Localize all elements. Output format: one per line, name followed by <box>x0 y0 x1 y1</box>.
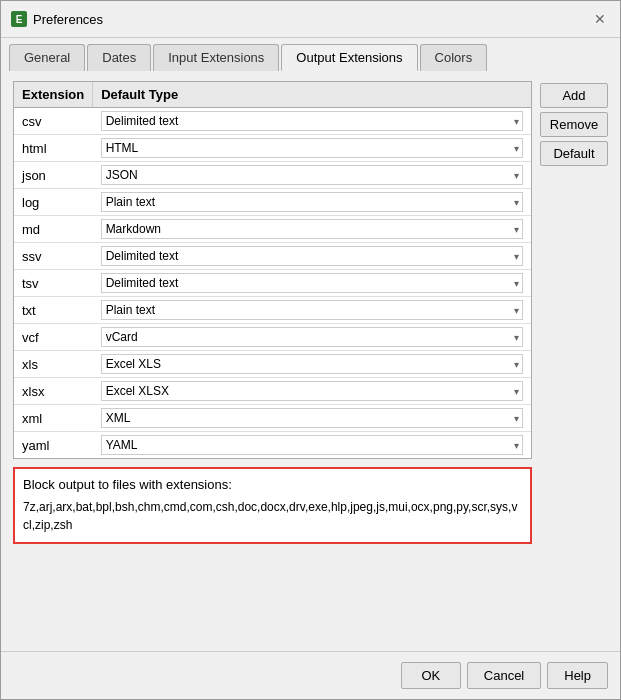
extension-cell: csv <box>14 108 93 135</box>
table-row: tsvDelimited textHTMLJSONPlain textMarkd… <box>14 270 531 297</box>
tab-dates[interactable]: Dates <box>87 44 151 71</box>
window-title: Preferences <box>33 12 103 27</box>
extension-cell: ssv <box>14 243 93 270</box>
tab-bar: General Dates Input Extensions Output Ex… <box>1 38 620 71</box>
extension-cell: html <box>14 135 93 162</box>
sidebar-buttons: Add Remove Default <box>540 81 608 641</box>
title-bar: E Preferences ✕ <box>1 1 620 38</box>
cancel-button[interactable]: Cancel <box>467 662 541 689</box>
extensions-table-container: Extension Default Type csvDelimited text… <box>13 81 532 459</box>
type-select[interactable]: Delimited textHTMLJSONPlain textMarkdown… <box>101 138 523 158</box>
type-dropdown-wrapper: Delimited textHTMLJSONPlain textMarkdown… <box>101 273 523 293</box>
table-row: xmlDelimited textHTMLJSONPlain textMarkd… <box>14 405 531 432</box>
extension-cell: yaml <box>14 432 93 459</box>
extension-cell: xml <box>14 405 93 432</box>
type-cell: Delimited textHTMLJSONPlain textMarkdown… <box>93 405 531 432</box>
default-button[interactable]: Default <box>540 141 608 166</box>
preferences-window: E Preferences ✕ General Dates Input Exte… <box>0 0 621 700</box>
type-cell: Delimited textHTMLJSONPlain textMarkdown… <box>93 189 531 216</box>
app-icon: E <box>11 11 27 27</box>
table-row: txtDelimited textHTMLJSONPlain textMarkd… <box>14 297 531 324</box>
type-cell: Delimited textHTMLJSONPlain textMarkdown… <box>93 270 531 297</box>
table-row: logDelimited textHTMLJSONPlain textMarkd… <box>14 189 531 216</box>
type-select[interactable]: Delimited textHTMLJSONPlain textMarkdown… <box>101 435 523 455</box>
type-dropdown-wrapper: Delimited textHTMLJSONPlain textMarkdown… <box>101 408 523 428</box>
type-select[interactable]: Delimited textHTMLJSONPlain textMarkdown… <box>101 219 523 239</box>
type-select[interactable]: Delimited textHTMLJSONPlain textMarkdown… <box>101 165 523 185</box>
footer: OK Cancel Help <box>1 651 620 699</box>
type-dropdown-wrapper: Delimited textHTMLJSONPlain textMarkdown… <box>101 300 523 320</box>
type-select[interactable]: Delimited textHTMLJSONPlain textMarkdown… <box>101 300 523 320</box>
type-cell: Delimited textHTMLJSONPlain textMarkdown… <box>93 297 531 324</box>
type-dropdown-wrapper: Delimited textHTMLJSONPlain textMarkdown… <box>101 219 523 239</box>
table-row: xlsDelimited textHTMLJSONPlain textMarkd… <box>14 351 531 378</box>
type-select[interactable]: Delimited textHTMLJSONPlain textMarkdown… <box>101 111 523 131</box>
table-row: vcfDelimited textHTMLJSONPlain textMarkd… <box>14 324 531 351</box>
content-area: Extension Default Type csvDelimited text… <box>1 71 620 651</box>
type-dropdown-wrapper: Delimited textHTMLJSONPlain textMarkdown… <box>101 327 523 347</box>
type-cell: Delimited textHTMLJSONPlain textMarkdown… <box>93 135 531 162</box>
extension-cell: tsv <box>14 270 93 297</box>
ok-button[interactable]: OK <box>401 662 461 689</box>
table-row: mdDelimited textHTMLJSONPlain textMarkdo… <box>14 216 531 243</box>
block-output-value: 7z,arj,arx,bat,bpl,bsh,chm,cmd,com,csh,d… <box>23 498 522 534</box>
table-row: htmlDelimited textHTMLJSONPlain textMark… <box>14 135 531 162</box>
table-row: jsonDelimited textHTMLJSONPlain textMark… <box>14 162 531 189</box>
tab-general[interactable]: General <box>9 44 85 71</box>
type-dropdown-wrapper: Delimited textHTMLJSONPlain textMarkdown… <box>101 138 523 158</box>
add-button[interactable]: Add <box>540 83 608 108</box>
type-select[interactable]: Delimited textHTMLJSONPlain textMarkdown… <box>101 246 523 266</box>
close-button[interactable]: ✕ <box>590 9 610 29</box>
extension-cell: txt <box>14 297 93 324</box>
block-output-label: Block output to files with extensions: <box>23 477 522 492</box>
type-dropdown-wrapper: Delimited textHTMLJSONPlain textMarkdown… <box>101 165 523 185</box>
type-cell: Delimited textHTMLJSONPlain textMarkdown… <box>93 162 531 189</box>
extension-cell: json <box>14 162 93 189</box>
title-bar-left: E Preferences <box>11 11 103 27</box>
type-cell: Delimited textHTMLJSONPlain textMarkdown… <box>93 432 531 459</box>
type-select[interactable]: Delimited textHTMLJSONPlain textMarkdown… <box>101 354 523 374</box>
type-select[interactable]: Delimited textHTMLJSONPlain textMarkdown… <box>101 192 523 212</box>
help-button[interactable]: Help <box>547 662 608 689</box>
extension-cell: xlsx <box>14 378 93 405</box>
main-area: Extension Default Type csvDelimited text… <box>13 81 532 641</box>
type-select[interactable]: Delimited textHTMLJSONPlain textMarkdown… <box>101 273 523 293</box>
type-dropdown-wrapper: Delimited textHTMLJSONPlain textMarkdown… <box>101 381 523 401</box>
table-row: xlsxDelimited textHTMLJSONPlain textMark… <box>14 378 531 405</box>
extension-cell: log <box>14 189 93 216</box>
tab-input-extensions[interactable]: Input Extensions <box>153 44 279 71</box>
type-select[interactable]: Delimited textHTMLJSONPlain textMarkdown… <box>101 327 523 347</box>
extension-cell: vcf <box>14 324 93 351</box>
type-dropdown-wrapper: Delimited textHTMLJSONPlain textMarkdown… <box>101 111 523 131</box>
block-output-section: Block output to files with extensions: 7… <box>13 467 532 544</box>
tab-output-extensions[interactable]: Output Extensions <box>281 44 417 71</box>
remove-button[interactable]: Remove <box>540 112 608 137</box>
tab-colors[interactable]: Colors <box>420 44 488 71</box>
col-extension-header: Extension <box>14 82 93 108</box>
extension-cell: xls <box>14 351 93 378</box>
table-row: ssvDelimited textHTMLJSONPlain textMarkd… <box>14 243 531 270</box>
type-dropdown-wrapper: Delimited textHTMLJSONPlain textMarkdown… <box>101 354 523 374</box>
type-select[interactable]: Delimited textHTMLJSONPlain textMarkdown… <box>101 408 523 428</box>
type-dropdown-wrapper: Delimited textHTMLJSONPlain textMarkdown… <box>101 246 523 266</box>
extension-cell: md <box>14 216 93 243</box>
type-cell: Delimited textHTMLJSONPlain textMarkdown… <box>93 216 531 243</box>
table-row: csvDelimited textHTMLJSONPlain textMarkd… <box>14 108 531 135</box>
table-row: yamlDelimited textHTMLJSONPlain textMark… <box>14 432 531 459</box>
type-cell: Delimited textHTMLJSONPlain textMarkdown… <box>93 243 531 270</box>
type-cell: Delimited textHTMLJSONPlain textMarkdown… <box>93 378 531 405</box>
type-dropdown-wrapper: Delimited textHTMLJSONPlain textMarkdown… <box>101 192 523 212</box>
type-cell: Delimited textHTMLJSONPlain textMarkdown… <box>93 351 531 378</box>
type-dropdown-wrapper: Delimited textHTMLJSONPlain textMarkdown… <box>101 435 523 455</box>
extensions-table: Extension Default Type csvDelimited text… <box>14 82 531 458</box>
type-cell: Delimited textHTMLJSONPlain textMarkdown… <box>93 324 531 351</box>
type-select[interactable]: Delimited textHTMLJSONPlain textMarkdown… <box>101 381 523 401</box>
type-cell: Delimited textHTMLJSONPlain textMarkdown… <box>93 108 531 135</box>
col-default-type-header: Default Type <box>93 82 531 108</box>
